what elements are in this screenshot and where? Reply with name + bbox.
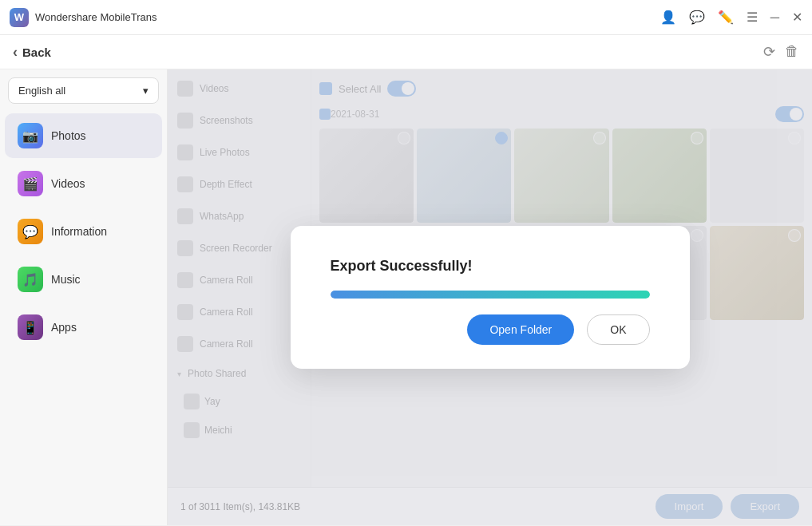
modal-overlay: Export Successfully! Open Folder OK bbox=[168, 69, 812, 525]
ok-button[interactable]: OK bbox=[587, 314, 649, 345]
close-icon[interactable]: ✕ bbox=[792, 10, 802, 25]
information-icon: 💬 bbox=[18, 219, 43, 244]
sidebar-item-music[interactable]: 🎵 Music bbox=[5, 257, 162, 302]
photos-icon: 📷 bbox=[18, 123, 43, 148]
main-layout: English all ▾ 📷 Photos 🎬 Videos 💬 Inform… bbox=[0, 69, 812, 525]
progress-bar-fill bbox=[331, 291, 650, 299]
trash-icon[interactable]: 🗑 bbox=[785, 43, 799, 61]
minimize-icon[interactable]: ─ bbox=[770, 10, 779, 25]
language-label: English all bbox=[18, 85, 65, 97]
apps-icon: 📱 bbox=[18, 314, 43, 340]
person-icon[interactable]: 👤 bbox=[660, 10, 676, 25]
app-icon: W bbox=[10, 8, 29, 27]
edit-icon[interactable]: ✏️ bbox=[718, 10, 734, 25]
export-success-modal: Export Successfully! Open Folder OK bbox=[291, 226, 690, 369]
back-button[interactable]: ‹ Back bbox=[13, 44, 51, 61]
app-title: Wondershare MobileTrans bbox=[35, 11, 156, 23]
title-bar-left: W Wondershare MobileTrans bbox=[10, 8, 156, 27]
sidebar-label-apps: Apps bbox=[51, 321, 77, 334]
back-label: Back bbox=[22, 45, 51, 59]
chevron-down-icon: ▾ bbox=[143, 85, 149, 97]
sidebar-item-information[interactable]: 💬 Information bbox=[5, 209, 162, 254]
sidebar-label-videos: Videos bbox=[51, 177, 85, 190]
title-bar: W Wondershare MobileTrans 👤 💬 ✏️ ☰ ─ ✕ bbox=[0, 0, 812, 35]
sidebar-label-information: Information bbox=[51, 225, 107, 238]
header-actions: ⟳ 🗑 bbox=[763, 43, 799, 61]
sidebar-item-photos[interactable]: 📷 Photos bbox=[5, 113, 162, 158]
sidebar-label-music: Music bbox=[51, 273, 81, 286]
videos-icon: 🎬 bbox=[18, 171, 43, 196]
language-dropdown[interactable]: English all ▾ bbox=[8, 77, 159, 104]
open-folder-button[interactable]: Open Folder bbox=[467, 314, 574, 345]
sidebar-item-apps[interactable]: 📱 Apps bbox=[5, 305, 162, 350]
menu-icon[interactable]: ☰ bbox=[747, 10, 758, 25]
back-arrow-icon: ‹ bbox=[13, 44, 18, 61]
chat-icon[interactable]: 💬 bbox=[689, 10, 705, 25]
content-area: Videos Screenshots Live Photos Depth Eff… bbox=[168, 69, 812, 525]
music-icon: 🎵 bbox=[18, 267, 43, 292]
window-controls: 👤 💬 ✏️ ☰ ─ ✕ bbox=[660, 10, 802, 25]
sidebar: English all ▾ 📷 Photos 🎬 Videos 💬 Inform… bbox=[0, 69, 168, 525]
progress-bar-container bbox=[331, 291, 650, 299]
sidebar-item-videos[interactable]: 🎬 Videos bbox=[5, 161, 162, 206]
refresh-icon[interactable]: ⟳ bbox=[763, 43, 775, 61]
modal-buttons: Open Folder OK bbox=[467, 314, 649, 345]
sidebar-label-photos: Photos bbox=[51, 129, 86, 142]
sub-header: ‹ Back ⟳ 🗑 bbox=[0, 35, 812, 69]
modal-title: Export Successfully! bbox=[331, 258, 473, 275]
